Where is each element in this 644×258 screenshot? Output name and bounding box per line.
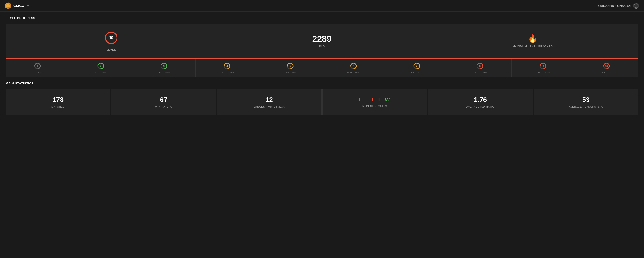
stat-label-1: WIN RATE %: [155, 106, 172, 108]
tick-num-4: 4: [226, 65, 228, 68]
tick-num-1: 1: [37, 65, 38, 68]
stat-card-5: 53 AVERAGE HEADSHOTS %: [534, 89, 638, 115]
result-W-4: W: [385, 97, 391, 103]
level-tick-7: 7 1551 – 1700: [385, 59, 448, 77]
csgo-title: CS:GO: [14, 4, 24, 8]
result-L-2: L: [372, 97, 376, 103]
tick-circle-1: 1: [34, 62, 42, 70]
tick-circle-9: 9: [539, 62, 547, 70]
level-progress-title: LEVEL PROGRESS: [6, 16, 638, 20]
tick-num-2: 2: [100, 65, 102, 68]
level-tick-8: 8 1701 – 1850: [448, 59, 512, 77]
level-value: 10: [109, 36, 114, 40]
svg-marker-0: [6, 4, 10, 8]
stat-label-5: AVERAGE HEADSHOTS %: [569, 106, 603, 108]
max-level-text: MAXIMUM LEVEL REACHED: [513, 45, 553, 48]
level-tick-3: 3 951 – 1100: [132, 59, 196, 77]
level-label: LEVEL: [106, 48, 116, 51]
result-L-3: L: [378, 97, 382, 103]
tick-num-5: 5: [290, 65, 291, 68]
tick-num-10: 10: [605, 65, 608, 68]
stats-cards: 178 MATCHES 67 WIN RATE % 12 LONGEST WIN…: [6, 89, 638, 115]
tick-num-6: 6: [353, 65, 354, 68]
stat-card-0: 178 MATCHES: [6, 89, 110, 115]
recent-results-value: L L L L W: [359, 97, 391, 103]
stat-value-2: 12: [266, 96, 273, 104]
tick-circle-5: 5: [286, 62, 294, 70]
level-tick-2: 2 801 – 950: [69, 59, 132, 77]
orange-progress-bar: [6, 58, 638, 59]
stat-card-3: L L L L WRECENT RESULTS: [322, 89, 427, 115]
header-left: CS:GO ▾: [5, 2, 29, 9]
tick-num-9: 9: [542, 65, 544, 68]
tick-range-4: 1101 – 1250: [220, 71, 234, 74]
tick-range-7: 1551 – 1700: [410, 71, 424, 74]
stat-label-3: RECENT RESULTS: [362, 105, 387, 108]
tick-circle-8: 8: [476, 62, 484, 70]
level-tick-9: 9 1851 – 2000: [512, 59, 575, 77]
header-right: Current rank: Unranked: [598, 3, 639, 9]
header-dropdown[interactable]: ▾: [27, 4, 29, 8]
elo-card: 2289 ELO: [217, 24, 428, 58]
tick-circle-10: 10: [602, 62, 610, 70]
stat-label-4: AVERAGE K/D RATIO: [466, 106, 494, 108]
level-cards: 10 LEVEL 2289 ELO 🔥 MAXIMUM LEVEL REACHE…: [6, 24, 638, 58]
current-rank-label: Current rank: Unranked: [598, 4, 630, 8]
level-tick-1: 1 1 – 800: [6, 59, 69, 77]
tick-num-7: 7: [416, 65, 418, 68]
result-L-1: L: [365, 97, 369, 103]
elo-label: ELO: [319, 45, 325, 48]
tick-circle-3: 3: [160, 62, 168, 70]
tick-circle-2: 2: [97, 62, 104, 70]
tick-num-8: 8: [479, 65, 480, 68]
level-ticks: 1 1 – 800 2 801 – 950 3 951 – 1100: [6, 59, 638, 77]
main-content: LEVEL PROGRESS 10 LEVEL 2289 ELO 🔥 MAXIM…: [0, 12, 644, 120]
level-tick-5: 5 1251 – 1400: [259, 59, 322, 77]
main-stats-title: MAIN STATISTICS: [6, 82, 638, 85]
tick-num-3: 3: [163, 65, 164, 68]
stat-card-1: 67 WIN RATE %: [111, 89, 216, 115]
tick-range-9: 1851 – 2000: [536, 71, 550, 74]
flame-icon: 🔥: [528, 34, 538, 43]
stat-label-2: LONGEST WIN STREAK: [254, 106, 285, 108]
level-tick-4: 4 1101 – 1250: [196, 59, 259, 77]
level-card: 10 LEVEL: [6, 24, 217, 58]
stats-section: MAIN STATISTICS 178 MATCHES 67 WIN RATE …: [6, 82, 638, 115]
stat-label-0: MATCHES: [52, 106, 64, 108]
stat-card-2: 12 LONGEST WIN STREAK: [217, 89, 322, 115]
tick-range-2: 801 – 950: [96, 71, 106, 74]
stat-value-1: 67: [160, 96, 167, 104]
stat-value-4: 1.76: [474, 96, 487, 104]
level-tick-6: 6 1401 – 1550: [322, 59, 385, 77]
csgo-logo: [5, 2, 12, 9]
tick-range-10: 2001 – ∞: [602, 71, 612, 74]
stat-value-5: 53: [582, 96, 590, 104]
level-gauge: 10: [104, 31, 118, 45]
tick-range-8: 1701 – 1850: [473, 71, 486, 74]
tick-circle-4: 4: [223, 62, 231, 70]
rank-badge: [633, 3, 639, 9]
elo-value: 2289: [312, 34, 331, 44]
stat-value-0: 178: [52, 96, 64, 104]
header: CS:GO ▾ Current rank: Unranked: [0, 0, 644, 12]
tick-range-1: 1 – 800: [34, 71, 42, 74]
svg-marker-1: [634, 4, 638, 8]
tick-range-5: 1251 – 1400: [284, 71, 297, 74]
tick-range-6: 1401 – 1550: [347, 71, 360, 74]
max-level-card: 🔥 MAXIMUM LEVEL REACHED: [427, 24, 638, 58]
level-tick-10: 10 2001 – ∞: [575, 59, 638, 77]
result-L-0: L: [359, 97, 363, 103]
tick-circle-7: 7: [413, 62, 420, 70]
tick-circle-6: 6: [350, 62, 358, 70]
stat-card-4: 1.76 AVERAGE K/D RATIO: [428, 89, 532, 115]
tick-range-3: 951 – 1100: [158, 71, 170, 74]
